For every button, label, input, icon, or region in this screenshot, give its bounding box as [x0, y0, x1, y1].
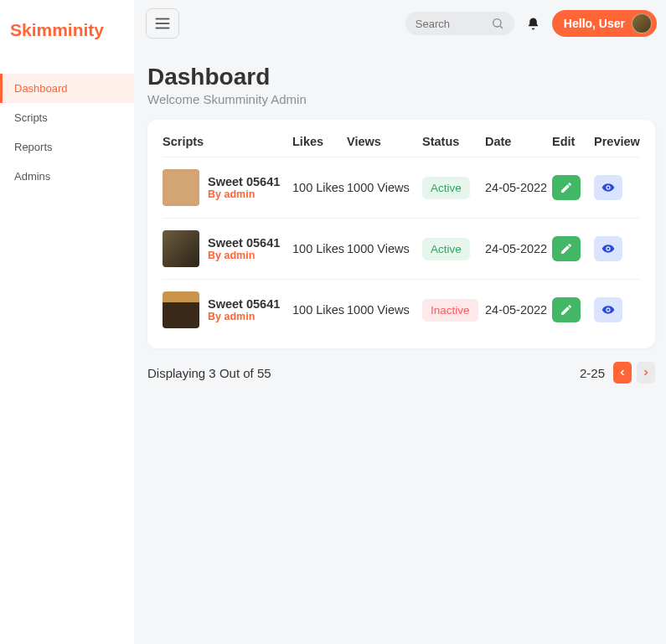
table-row: Sweet 05641 By admin 100 Likes 1000 View… — [163, 157, 640, 219]
sidebar-item-label: Admins — [14, 170, 50, 183]
pagination: 2-25 — [580, 362, 655, 384]
date-cell: 24-05-2022 — [485, 303, 552, 317]
search-box[interactable] — [405, 12, 514, 35]
col-edit: Edit — [552, 135, 594, 148]
sidebar-item-scripts[interactable]: Scripts — [0, 103, 134, 132]
svg-point-3 — [493, 19, 501, 27]
script-title: Sweet 05641 — [208, 236, 280, 250]
edit-button[interactable] — [552, 175, 581, 200]
user-greeting: Hello, User — [564, 17, 625, 30]
views-cell: 1000 Views — [347, 181, 422, 194]
scripts-table-card: Scripts Likes Views Status Date Edit Pre… — [147, 120, 655, 348]
col-likes: Likes — [292, 135, 347, 148]
col-views: Views — [347, 135, 422, 148]
sidebar: Skimminity Dashboard Scripts Reports Adm… — [0, 0, 134, 644]
likes-cell: 100 Likes — [292, 242, 347, 255]
pencil-icon — [560, 303, 573, 317]
script-author: By admin — [208, 250, 280, 261]
script-author: By admin — [208, 188, 280, 200]
status-badge: Inactive — [422, 299, 478, 322]
status-badge: Active — [422, 177, 470, 199]
page-title: Dashboard — [147, 64, 655, 90]
table-header: Scripts Likes Views Status Date Edit Pre… — [163, 135, 640, 157]
search-icon — [491, 17, 504, 30]
edit-button[interactable] — [552, 236, 581, 261]
script-thumbnail — [163, 230, 199, 267]
col-scripts: Scripts — [163, 135, 292, 148]
views-cell: 1000 Views — [347, 242, 422, 255]
pencil-icon — [560, 242, 573, 255]
likes-cell: 100 Likes — [292, 303, 347, 317]
likes-cell: 100 Likes — [292, 181, 347, 194]
col-date: Date — [485, 135, 552, 148]
sidebar-item-admins[interactable]: Admins — [0, 162, 134, 191]
date-cell: 24-05-2022 — [485, 242, 552, 255]
col-status: Status — [422, 135, 485, 148]
sidebar-item-reports[interactable]: Reports — [0, 132, 134, 162]
preview-button[interactable] — [594, 236, 622, 261]
page-range: 2-25 — [580, 366, 605, 380]
sidebar-item-label: Dashboard — [14, 82, 68, 95]
script-thumbnail — [163, 291, 199, 328]
prev-page-button[interactable] — [613, 362, 632, 384]
sidebar-item-label: Reports — [14, 141, 53, 153]
page-subtitle: Welcome Skumminity Admin — [147, 92, 655, 106]
col-preview: Preview — [594, 135, 640, 148]
sidebar-item-dashboard[interactable]: Dashboard — [0, 74, 134, 103]
script-title: Sweet 05641 — [208, 175, 280, 188]
pencil-icon — [560, 181, 573, 194]
table-row: Sweet 05641 By admin 100 Likes 1000 View… — [163, 280, 640, 340]
preview-button[interactable] — [594, 297, 622, 322]
bell-icon[interactable] — [526, 17, 540, 31]
next-page-button[interactable] — [637, 362, 655, 384]
preview-button[interactable] — [594, 175, 622, 200]
eye-icon — [601, 181, 615, 194]
eye-icon — [601, 242, 615, 255]
displaying-text: Displaying 3 Out of 55 — [147, 366, 271, 380]
script-author: By admin — [208, 311, 280, 322]
svg-line-4 — [500, 26, 503, 28]
topbar: Hello, User — [134, 0, 666, 47]
eye-icon — [601, 303, 615, 317]
menu-toggle-button[interactable] — [146, 8, 179, 39]
chevron-right-icon — [641, 368, 651, 378]
search-input[interactable] — [416, 18, 491, 30]
chevron-left-icon — [617, 368, 627, 378]
views-cell: 1000 Views — [347, 303, 422, 317]
script-thumbnail — [163, 169, 199, 206]
edit-button[interactable] — [552, 297, 581, 322]
sidebar-item-label: Scripts — [14, 111, 48, 124]
user-pill[interactable]: Hello, User — [552, 10, 657, 37]
table-row: Sweet 05641 By admin 100 Likes 1000 View… — [163, 219, 640, 280]
date-cell: 24-05-2022 — [485, 181, 552, 194]
brand-logo: Skimminity — [0, 20, 134, 74]
avatar — [632, 13, 652, 33]
script-title: Sweet 05641 — [208, 297, 280, 311]
hamburger-icon — [153, 14, 172, 33]
status-badge: Active — [422, 238, 470, 260]
